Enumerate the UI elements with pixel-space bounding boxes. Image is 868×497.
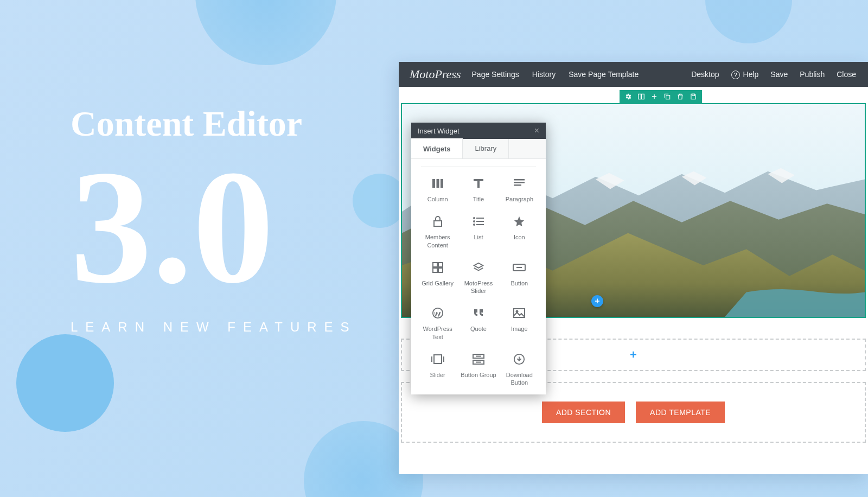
widget-label: Paragraph [506,195,533,203]
nav-help[interactable]: ?Help [731,70,759,79]
svg-rect-15 [476,221,484,222]
divider [421,167,536,167]
columns-icon[interactable] [637,92,646,101]
widget-quote[interactable]: Quote [459,305,497,341]
copy-icon[interactable] [663,92,672,101]
nav-save-template[interactable]: Save Page Template [569,70,639,79]
modal-header[interactable]: Insert Widget × [411,123,546,139]
bg-circle [705,0,792,43]
svg-rect-20 [433,268,437,272]
svg-rect-17 [476,224,484,225]
editor-toolbar: MotoPress Page Settings History Save Pag… [399,62,868,87]
widget-btngroup[interactable]: Button Group [459,352,497,387]
widget-title[interactable]: Title [459,176,497,203]
lock-icon [430,214,445,229]
widget-label: WordPress Text [419,325,456,341]
paragraph-icon [512,176,527,191]
svg-rect-7 [441,179,443,188]
svg-rect-8 [514,179,525,181]
svg-rect-6 [436,179,439,188]
widget-paragraph[interactable]: Paragraph [501,176,538,203]
svg-rect-5 [432,179,435,188]
add-element-button[interactable]: + [591,295,603,307]
button-group-icon [471,352,486,367]
widget-image[interactable]: Image [501,305,538,341]
modal-tabs: Widgets Library [411,139,546,159]
widget-list[interactable]: Column Title Paragraph Members Content L… [411,159,546,394]
help-icon: ? [731,71,740,79]
widget-label: Button [510,279,528,287]
wordpress-icon [430,305,445,321]
svg-point-16 [473,224,475,226]
bg-circle [16,334,114,432]
list-icon [471,214,486,229]
nav-help-label: Help [743,70,759,79]
widget-list[interactable]: List [459,214,497,249]
nav-save[interactable]: Save [770,70,788,79]
add-section-button[interactable]: ADD SECTION [542,402,625,423]
nav-publish[interactable]: Publish [800,70,825,79]
widget-label: Download Button [501,371,538,387]
gear-icon[interactable] [624,92,633,101]
nav-page-settings[interactable]: Page Settings [472,70,519,79]
close-icon[interactable]: × [534,126,539,136]
svg-rect-13 [476,218,484,219]
tab-library[interactable]: Library [463,139,509,158]
brand-logo: MotoPress [399,67,472,81]
svg-rect-3 [692,94,695,95]
widget-wptext[interactable]: WordPress Text [419,305,456,341]
svg-rect-25 [514,309,525,317]
nav-history[interactable]: History [532,70,556,79]
widget-label: Quote [470,325,487,333]
modal-title: Insert Widget [418,127,459,135]
widget-label: Members Content [419,233,456,249]
nav-desktop[interactable]: Desktop [691,70,719,79]
widget-label: List [474,233,483,241]
svg-point-14 [473,220,475,222]
svg-point-12 [473,217,475,219]
title-icon [471,176,486,191]
button-icon [512,260,527,275]
svg-rect-27 [434,355,442,364]
widget-label: Grid Gallery [422,279,454,287]
widget-column[interactable]: Column [419,176,456,203]
trash-icon[interactable] [676,92,685,101]
tab-widgets[interactable]: Widgets [411,138,463,158]
widget-label: Icon [514,233,525,241]
widget-label: Button Group [461,371,496,379]
widget-button[interactable]: Button [501,260,538,295]
hero-tagline: LEARN NEW FEATURES [71,320,357,335]
widget-label: Title [473,195,484,203]
save-icon[interactable] [689,92,698,101]
svg-rect-1 [642,94,644,99]
quote-icon [471,305,486,321]
download-icon [512,352,527,367]
svg-rect-11 [434,221,442,226]
widget-download[interactable]: Download Button [501,352,538,387]
widget-mpslider[interactable]: MotoPress Slider [459,260,497,295]
section-toolbar [620,90,702,103]
widget-members[interactable]: Members Content [419,214,456,249]
add-template-button[interactable]: ADD TEMPLATE [636,402,725,423]
svg-rect-2 [666,95,670,99]
slider-icon [430,352,445,367]
nav-close[interactable]: Close [837,70,856,79]
bg-circle [195,0,336,65]
svg-rect-21 [438,268,443,272]
widget-icon[interactable]: Icon [501,214,538,249]
column-icon [430,176,445,191]
layers-icon [471,260,486,275]
svg-rect-10 [514,184,521,186]
widget-label: Image [511,325,528,333]
star-icon [512,214,527,229]
widget-label: Slider [430,371,445,379]
widget-gallery[interactable]: Grid Gallery [419,260,456,295]
svg-rect-19 [438,263,443,267]
widget-slider[interactable]: Slider [419,352,456,387]
svg-rect-18 [433,263,437,267]
plus-icon[interactable] [650,92,659,101]
grid-icon [430,260,445,275]
svg-rect-9 [514,182,525,183]
image-icon [512,305,527,321]
hero: Content Editor 3.0 LEARN NEW FEATURES [71,103,357,335]
